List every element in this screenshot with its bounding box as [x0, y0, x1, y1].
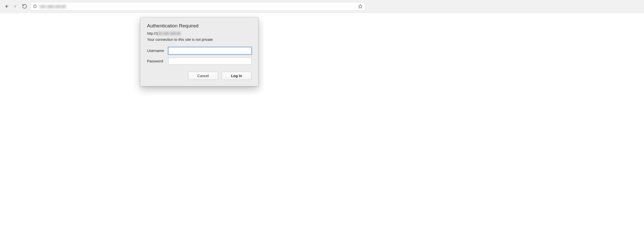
bookmark-star-icon[interactable]	[358, 4, 363, 9]
svg-point-4	[35, 6, 35, 6]
cancel-button[interactable]: Cancel	[188, 72, 218, 80]
password-input[interactable]	[168, 58, 252, 65]
password-label: Password	[147, 59, 165, 63]
address-bar[interactable]: 192.168.100.83	[30, 2, 365, 11]
auth-dialog: Authentication Required http://100.100.1…	[140, 17, 258, 86]
username-label: Username	[147, 49, 165, 53]
dialog-title: Authentication Required	[147, 23, 252, 29]
svg-marker-5	[359, 5, 362, 8]
browser-toolbar: 192.168.100.83	[0, 0, 644, 13]
url-text[interactable]: 192.168.100.83	[39, 4, 356, 9]
back-button[interactable]	[4, 4, 9, 9]
dialog-url-obscured: 00.100.100.00	[158, 31, 181, 36]
site-info-icon[interactable]	[33, 4, 37, 9]
username-row: Username	[147, 47, 252, 54]
navigation-buttons	[3, 4, 27, 9]
page-content: Authentication Required http://100.100.1…	[0, 13, 644, 241]
reload-button[interactable]	[22, 4, 27, 9]
dialog-warning-text: Your connection to this site is not priv…	[147, 38, 252, 42]
forward-button[interactable]	[13, 4, 18, 9]
password-row: Password	[147, 58, 252, 65]
dialog-origin-url: http://100.100.100.00	[147, 31, 181, 36]
username-input[interactable]	[168, 47, 252, 54]
login-button[interactable]: Log In	[222, 72, 252, 80]
dialog-url-prefix: http://1	[147, 31, 158, 36]
dialog-button-row: Cancel Log In	[147, 72, 252, 80]
